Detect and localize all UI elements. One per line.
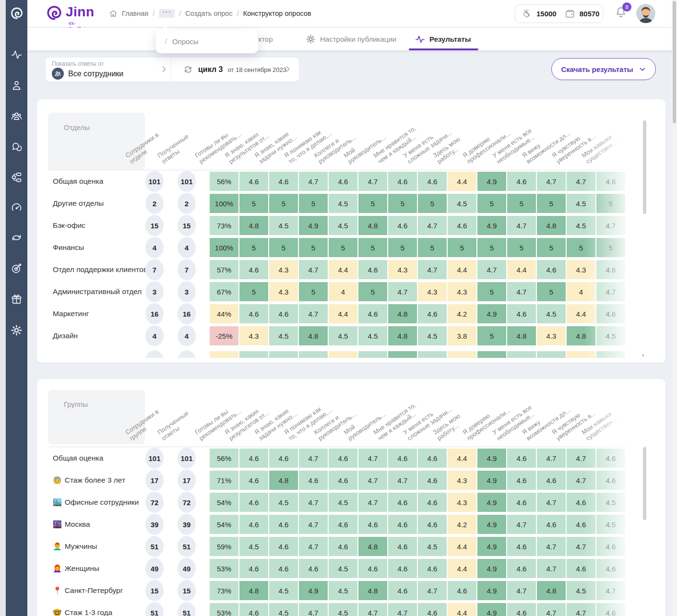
departments-table-header: Отделы Сотрудники в отделеПолученные отв… [37,99,665,170]
breadcrumb-create-survey[interactable]: Создать опрос [185,10,232,17]
score-cell: 4.6 [269,515,298,534]
score-cell: 4.8 [299,326,328,345]
spiral-logo-icon[interactable] [10,6,24,20]
score-cell: 5 [567,238,595,257]
score-cell: 4.5 [358,326,387,345]
claps-count[interactable]: 15000 [536,10,557,18]
score-cell: 4.7 [299,493,328,512]
gauge-icon[interactable] [11,201,23,213]
score-cell: 4.6 [388,559,417,578]
table-vertical-scrollbar[interactable] [643,120,646,214]
team-icon[interactable] [11,110,23,122]
score-cell: 4.6 [596,603,625,616]
row-label: Отдел поддержки клиентов [53,259,149,281]
departments-table-card: Отделы Сотрудники в отделеПолученные отв… [37,99,665,363]
wallet-icon[interactable] [565,9,575,19]
score-cell: 4.8 [507,326,536,345]
score-cell: 5 [239,194,268,213]
score-cell: 4.3 [448,282,476,301]
table-row: Дизайн44-25%4.34.54.84.54.54.84.53.854.8… [37,325,665,347]
score-cell: 4.5 [239,537,268,556]
score-cell: 4.6 [507,559,536,578]
sync-icon[interactable] [11,232,23,244]
pulse-icon [415,34,425,44]
employee-count: 101 [145,171,164,192]
row-emoji: 👨‍🦰 [53,542,62,550]
pulse-icon[interactable] [11,48,23,60]
tab-results[interactable]: Результаты [415,28,471,50]
score-cell: 4.6 [239,515,268,534]
cycle-name: цикл 3 [198,65,223,74]
clap-icon[interactable] [522,9,532,19]
score-cell: 4.6 [269,304,298,323]
table-row: 🧓Стаж более 3 лет171771%4.64.84.64.64.74… [37,469,665,491]
gear-icon[interactable] [11,324,23,336]
user-avatar[interactable] [636,4,655,23]
score-cell: 4.6 [448,581,476,600]
score-cell: 4.7 [418,581,447,600]
score-cell: 4.6 [507,537,536,556]
score-cell: 4.6 [329,471,357,490]
score-cell: 4.5 [537,304,566,323]
score-cell: 4.3 [388,260,417,279]
chevron-right-icon [160,65,168,73]
response-count: 7 [178,259,196,280]
notifications-badge: 8 [622,2,631,12]
score-cell: 4.6 [239,304,268,323]
score-cell: 5 [269,194,298,213]
employee-count: 4 [145,237,164,258]
cycle-selector[interactable]: цикл 3 от 18 сентября 2023 [171,58,299,82]
background-window-strip [0,0,6,616]
score-cell: 4.7 [537,537,566,556]
response-count: 101 [178,448,196,469]
respondents-selector[interactable]: Показать ответы от Все сотрудники [46,58,171,82]
score-cell: 4.6 [239,493,268,512]
response-count: 17 [178,470,196,491]
window-scrollbar[interactable] [672,0,677,616]
home-icon[interactable] [109,9,118,18]
tab-publication-settings[interactable]: Настройки публикации [306,28,396,50]
score-cell: 4.5 [596,493,625,512]
score-cell: 4.6 [418,515,447,534]
score-cell: 5 [299,282,328,301]
score-cell: 5 [358,194,387,213]
org-structure-icon[interactable] [11,171,23,183]
download-results-button[interactable]: Скачать результаты [551,58,656,80]
scrollbar-down-arrow[interactable]: ▾ [642,353,644,358]
breadcrumb-home[interactable]: Главная [122,10,148,17]
table-row: Маркетинг161644%4.64.64.74.44.64.84.64.2… [37,303,665,325]
target-icon[interactable] [11,262,23,274]
score-cell: 4.6 [418,603,447,616]
coins-count[interactable]: 80570 [580,10,600,18]
score-cell: 4.6 [507,603,536,616]
score-cell: 4.5 [329,194,357,213]
groups-table-header: Группы Сотрудники в группеПолученные отв… [37,379,665,447]
app-logo[interactable]: Jinn ex-AppRaise [46,4,95,21]
row-emoji: 🏙️ [53,498,62,506]
percent-cell: 54% [210,493,238,512]
score-cell: 4.4 [448,559,476,578]
score-cell: 4.6 [388,216,417,235]
employee-count: 4 [145,325,164,346]
row-label: Дизайн [53,325,149,347]
tab-label: Настройки публикации [320,35,396,43]
score-cell: 4.6 [567,559,595,578]
score-cell: 4.6 [418,471,447,490]
score-cell: 4.3 [537,326,566,345]
percent-cell: 67% [210,282,238,301]
person-icon[interactable] [11,79,23,91]
breadcrumb-ellipsis-button[interactable]: ··· [159,9,175,18]
notifications-bell[interactable]: 8 [615,6,631,22]
score-cell: 5 [477,238,506,257]
score-cell: 5 [477,326,506,345]
score-cell: 5 [537,194,566,213]
score-cell: 4.9 [477,304,506,323]
gift-icon[interactable] [11,293,23,305]
row-label: 👩‍🦰Женщины [53,557,149,580]
response-count: 51 [178,536,196,557]
dropdown-item-surveys[interactable]: Опросы [172,37,199,46]
table-vertical-scrollbar[interactable] [643,447,646,520]
table-row: Общая оценка10110156%4.64.64.74.64.74.64… [37,170,665,192]
window-scrollbar-thumb[interactable] [673,1,676,123]
chat-icon[interactable] [11,141,23,153]
